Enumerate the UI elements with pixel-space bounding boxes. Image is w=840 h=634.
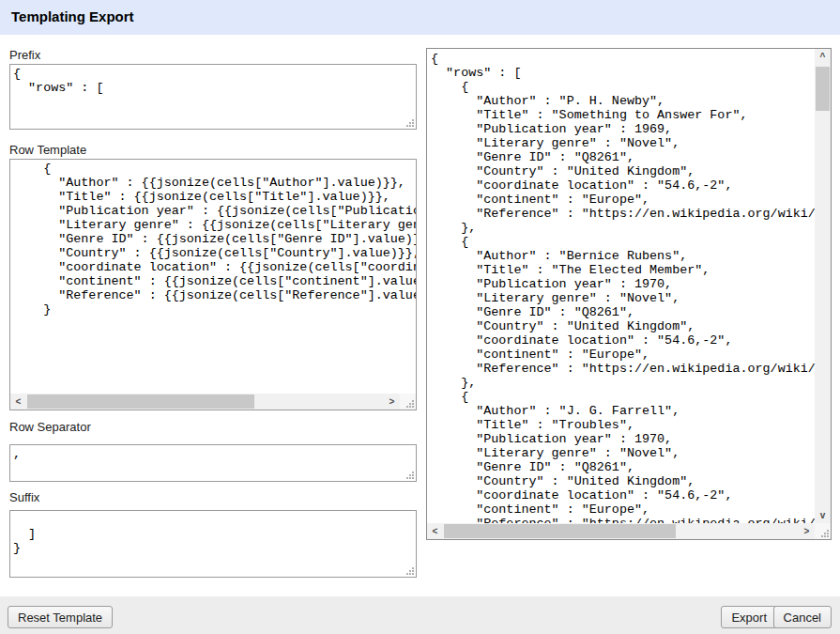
export-button[interactable]: Export — [721, 606, 777, 628]
row-template-label: Row Template — [9, 143, 86, 157]
reset-template-button[interactable]: Reset Template — [8, 606, 113, 628]
preview-hscrollbar[interactable]: < > — [427, 523, 815, 539]
scroll-right-icon[interactable]: > — [799, 523, 815, 539]
resize-grip-icon[interactable] — [820, 529, 829, 537]
prefix-textarea[interactable]: { "rows" : [ — [9, 64, 417, 130]
resize-grip-icon[interactable] — [405, 399, 414, 408]
preview-vscrollbar[interactable]: ^ v — [815, 49, 831, 523]
prefix-text[interactable]: { "rows" : [ — [10, 65, 416, 129]
scrollbar-corner — [400, 394, 416, 410]
row-separator-textarea[interactable]: , — [9, 444, 417, 482]
dialog-title: Templating Export — [11, 8, 134, 24]
suffix-text[interactable]: ] } — [10, 511, 416, 577]
scroll-right-icon[interactable]: > — [384, 394, 400, 410]
row-template-textarea[interactable]: { "Author" : {{jsonize(cells["Author"].v… — [9, 159, 417, 410]
export-preview-text: { "rows" : [ { "Author" : "P. H. Newby",… — [427, 49, 815, 523]
vscrollbar-thumb[interactable] — [816, 67, 830, 111]
hscrollbar-thumb[interactable] — [27, 394, 254, 409]
scroll-left-icon[interactable]: < — [427, 523, 443, 539]
suffix-label: Suffix — [9, 490, 39, 504]
row-separator-text[interactable]: , — [10, 445, 416, 481]
hscrollbar-thumb[interactable] — [444, 524, 676, 538]
scroll-down-icon[interactable]: v — [815, 507, 831, 523]
scroll-up-icon[interactable]: ^ — [815, 49, 831, 65]
prefix-label: Prefix — [9, 48, 40, 62]
row-template-hscrollbar[interactable]: < > — [10, 394, 400, 410]
row-template-text[interactable]: { "Author" : {{jsonize(cells["Author"].v… — [10, 160, 416, 394]
cancel-button[interactable]: Cancel — [773, 606, 832, 628]
scroll-left-icon[interactable]: < — [10, 394, 26, 410]
row-separator-label: Row Separator — [9, 420, 91, 434]
suffix-textarea[interactable]: ] } — [9, 510, 417, 578]
dialog-footer — [0, 596, 840, 634]
dialog-header: Templating Export — [0, 0, 840, 35]
export-preview-pane[interactable]: { "rows" : [ { "Author" : "P. H. Newby",… — [426, 48, 832, 540]
scrollbar-corner — [815, 523, 831, 539]
